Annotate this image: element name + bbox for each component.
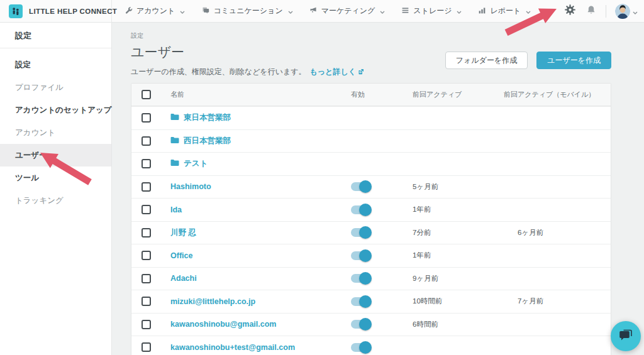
avatar[interactable]: [615, 4, 630, 19]
nav-label: レポート: [490, 6, 521, 16]
last-active-mobile-value: 6ヶ月前: [504, 228, 611, 238]
chat-icon: [201, 6, 209, 16]
sidebar-item[interactable]: 設定: [0, 53, 111, 76]
last-active-value: 1年前: [413, 205, 504, 214]
table-row: Adachi 9ヶ月前: [131, 267, 611, 290]
row-checkbox[interactable]: [142, 274, 151, 283]
column-header-last-active: 前回アクティブ: [413, 90, 504, 99]
table-body: 東日本営業部 西日本営業部: [131, 106, 611, 355]
table-row: Office 1年前: [131, 244, 611, 267]
row-checkbox[interactable]: [142, 297, 151, 306]
folder-icon: [170, 159, 179, 168]
chevron-down-icon: [457, 7, 462, 16]
topbar-right: [559, 0, 644, 23]
toggle-knob: [359, 180, 372, 193]
last-active-value: 1年前: [413, 251, 504, 260]
create-user-button[interactable]: ユーザーを作成: [536, 52, 611, 69]
create-folder-button[interactable]: フォルダーを作成: [445, 52, 528, 69]
settings-gear-button[interactable]: [559, 0, 580, 23]
enabled-toggle[interactable]: [351, 205, 370, 214]
top-navigation: アカウント コミュニケーション マーケティング: [112, 6, 559, 16]
sidebar-item[interactable]: トラッキング: [0, 189, 111, 212]
row-name-link[interactable]: Office: [170, 251, 192, 260]
nav-label: ストレージ: [413, 6, 452, 16]
last-active-mobile-value: 7ヶ月前: [504, 297, 611, 306]
sidebar-item[interactable]: アカウントのセットアップ: [0, 99, 111, 121]
notifications-bell-button[interactable]: [580, 0, 602, 23]
table-row: mizuki@littlehelp.co.jp 10時間前 7ヶ月前: [131, 290, 611, 313]
select-all-checkbox[interactable]: [142, 90, 151, 99]
chevron-down-icon: [380, 7, 385, 16]
sidebar-item[interactable]: ツール: [0, 167, 111, 189]
row-checkbox[interactable]: [142, 342, 151, 352]
sidebar-item[interactable]: アカウント: [0, 121, 111, 144]
report-icon: [478, 6, 486, 16]
description-text: ユーザーの作成、権限設定、削除などを行います。: [131, 67, 306, 77]
row-name-link[interactable]: mizuki@littlehelp.co.jp: [170, 297, 255, 306]
table-row: テスト: [131, 152, 611, 175]
row-name-link[interactable]: 東日本営業部: [184, 112, 231, 123]
enabled-toggle[interactable]: [351, 297, 370, 306]
external-link-icon: [358, 68, 364, 77]
enabled-toggle[interactable]: [351, 274, 370, 283]
enabled-toggle[interactable]: [351, 320, 370, 329]
row-checkbox[interactable]: [142, 228, 151, 238]
column-header-last-active-mobile: 前回アクティブ（モバイル）: [504, 90, 611, 99]
nav-report[interactable]: レポート: [478, 6, 531, 16]
topbar-divider: [606, 5, 606, 18]
megaphone-icon: [309, 6, 318, 16]
row-checkbox[interactable]: [142, 251, 151, 260]
table-row: 川野 忍 7分前 6ヶ月前: [131, 221, 611, 244]
row-name-link[interactable]: 川野 忍: [170, 227, 196, 238]
row-name-link[interactable]: Hashimoto: [170, 182, 211, 191]
toggle-knob: [359, 295, 372, 308]
enabled-toggle[interactable]: [351, 182, 370, 191]
page-header: 設定 ユーザー ユーザーの作成、権限設定、削除などを行います。 もっと詳しく: [131, 31, 364, 77]
toggle-knob: [359, 272, 372, 285]
row-checkbox[interactable]: [142, 320, 151, 329]
row-checkbox[interactable]: [142, 205, 151, 214]
toggle-knob: [359, 318, 372, 330]
table-row: kawanoshinobu@gmail.com 6時間前: [131, 313, 611, 336]
row-name-link[interactable]: Adachi: [170, 274, 197, 283]
folder-icon: [170, 136, 179, 146]
sidebar-item[interactable]: プロファイル: [0, 76, 111, 99]
nav-marketing[interactable]: マーケティング: [309, 6, 386, 16]
learn-more-link[interactable]: もっと詳しく: [310, 67, 364, 77]
last-active-value: 6時間前: [413, 320, 504, 329]
row-name-link[interactable]: kawanoshinobu@gmail.com: [170, 320, 276, 329]
gear-icon: [565, 4, 575, 18]
page-title: ユーザー: [131, 43, 364, 61]
page-description: ユーザーの作成、権限設定、削除などを行います。 もっと詳しく: [131, 67, 364, 77]
row-checkbox[interactable]: [142, 159, 151, 168]
nav-account[interactable]: アカウント: [125, 6, 185, 16]
enabled-toggle[interactable]: [351, 343, 370, 352]
row-name-link[interactable]: Ida: [170, 205, 182, 214]
chevron-down-icon[interactable]: [633, 6, 638, 17]
users-table: 名前 有効 前回アクティブ 前回アクティブ（モバイル） 東日本営業部: [131, 83, 611, 355]
last-active-value: 9ヶ月前: [413, 274, 504, 283]
nav-label: コミュニケーション: [213, 6, 282, 16]
nav-communication[interactable]: コミュニケーション: [201, 6, 292, 16]
row-checkbox[interactable]: [142, 113, 151, 123]
chat-launcher-button[interactable]: [611, 321, 641, 351]
row-checkbox[interactable]: [142, 136, 151, 146]
row-name-link[interactable]: テスト: [184, 158, 208, 169]
learn-more-label: もっと詳しく: [310, 67, 356, 77]
brand-logo-icon: [9, 4, 23, 18]
storage-icon: [401, 6, 409, 16]
enabled-toggle[interactable]: [351, 251, 370, 260]
main-content: 設定 ユーザー ユーザーの作成、権限設定、削除などを行います。 もっと詳しく フ…: [112, 23, 644, 355]
table-header-row: 名前 有効 前回アクティブ 前回アクティブ（モバイル）: [131, 84, 611, 106]
row-name-link[interactable]: 西日本営業部: [184, 136, 231, 146]
enabled-toggle[interactable]: [351, 228, 370, 237]
sidebar-item[interactable]: ユーザー: [0, 144, 111, 167]
row-name-link[interactable]: kawanoshinobu+test@gmail.com: [170, 343, 295, 352]
brand-name: LITTLE HELP CONNECT: [29, 8, 117, 15]
toggle-knob: [359, 341, 372, 354]
row-checkbox[interactable]: [142, 182, 151, 192]
header-actions: フォルダーを作成 ユーザーを作成: [445, 52, 611, 69]
nav-storage[interactable]: ストレージ: [401, 6, 462, 16]
breadcrumb[interactable]: 設定: [131, 31, 364, 40]
nav-label: マーケティング: [321, 6, 375, 16]
